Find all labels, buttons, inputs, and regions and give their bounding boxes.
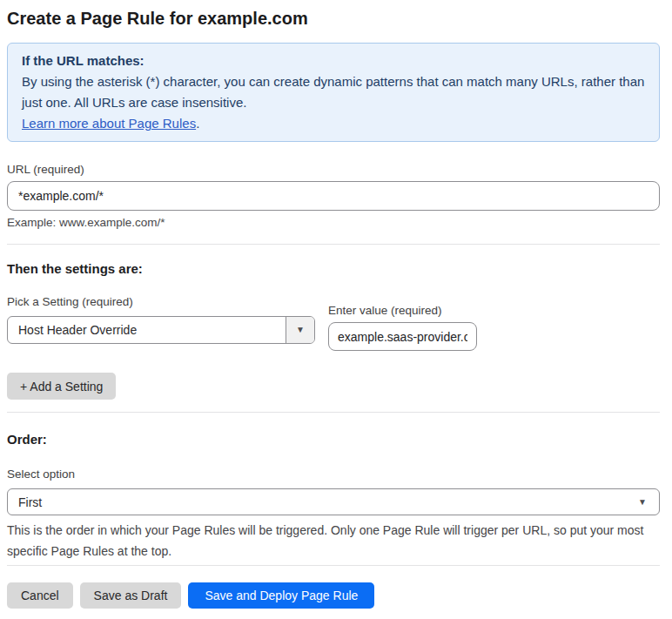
divider: [7, 412, 660, 413]
enter-value-label: Enter value (required): [328, 304, 477, 318]
pick-setting-arrow-segment[interactable]: ▼: [286, 317, 314, 343]
chevron-down-icon: ▼: [638, 498, 647, 507]
order-select-value: First: [8, 495, 638, 509]
pick-setting-select[interactable]: Host Header Override ▼: [7, 316, 315, 344]
footer-actions: Cancel Save as Draft Save and Deploy Pag…: [7, 582, 660, 609]
link-period: .: [196, 116, 199, 131]
page-title: Create a Page Rule for example.com: [7, 7, 660, 30]
order-select-arrow: ▼: [638, 498, 659, 507]
url-label: URL (required): [7, 163, 660, 177]
url-input[interactable]: [7, 181, 660, 211]
divider: [7, 565, 660, 566]
enter-value-column: Enter value (required): [328, 304, 477, 351]
page-rule-form: Create a Page Rule for example.com If th…: [0, 7, 667, 609]
info-box-heading: If the URL matches:: [22, 50, 645, 71]
enter-value-input[interactable]: [328, 322, 477, 351]
pick-setting-label: Pick a Setting (required): [7, 295, 315, 309]
info-box-link-line: Learn more about Page Rules.: [22, 113, 645, 134]
chevron-down-icon: ▼: [296, 326, 305, 334]
order-helper-text: This is the order in which your Page Rul…: [7, 520, 660, 562]
url-helper: Example: www.example.com/*: [7, 216, 660, 230]
order-heading: Order:: [7, 433, 660, 447]
save-deploy-button[interactable]: Save and Deploy Page Rule: [188, 582, 374, 609]
learn-more-link[interactable]: Learn more about Page Rules: [22, 116, 196, 131]
save-draft-button[interactable]: Save as Draft: [80, 582, 182, 609]
settings-row: Pick a Setting (required) Host Header Ov…: [7, 295, 660, 351]
cancel-button[interactable]: Cancel: [7, 582, 73, 609]
info-box-body: By using the asterisk (*) character, you…: [22, 71, 645, 113]
select-option-label: Select option: [7, 468, 660, 481]
pick-setting-column: Pick a Setting (required) Host Header Ov…: [7, 295, 315, 351]
divider: [7, 244, 660, 245]
add-setting-button[interactable]: + Add a Setting: [7, 373, 116, 400]
settings-heading: Then the settings are:: [7, 262, 660, 276]
pick-setting-value: Host Header Override: [8, 323, 286, 337]
order-select[interactable]: First ▼: [7, 488, 660, 515]
info-box: If the URL matches: By using the asteris…: [7, 43, 660, 142]
